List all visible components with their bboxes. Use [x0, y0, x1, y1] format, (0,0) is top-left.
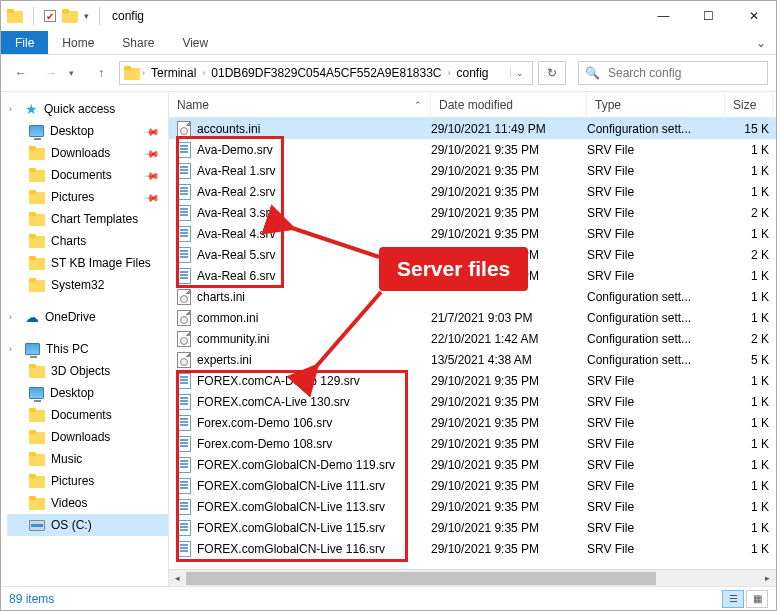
file-row[interactable]: FOREX.comGlobalCN-Live 116.srv29/10/2021…: [169, 538, 776, 559]
qat-overflow-icon[interactable]: ▾: [84, 11, 89, 21]
tab-file[interactable]: File: [1, 31, 48, 54]
breadcrumb-sep[interactable]: ›: [448, 68, 451, 78]
quick-access-header[interactable]: › ★ Quick access: [7, 98, 168, 120]
forward-button[interactable]: →: [39, 61, 63, 85]
details-view-button[interactable]: ☰: [722, 590, 744, 608]
file-name: FOREX.comGlobalCN-Live 116.srv: [197, 542, 431, 556]
file-name: Ava-Real 1.srv: [197, 164, 431, 178]
ribbon-tabs: File Home Share View ⌄: [1, 31, 776, 55]
column-type[interactable]: Type: [587, 92, 725, 117]
address-folder-icon: [124, 66, 140, 80]
quick-access-item[interactable]: Downloads📌: [7, 142, 168, 164]
this-pc-item[interactable]: 3D Objects: [7, 360, 168, 382]
this-pc-item[interactable]: OS (C:): [7, 514, 168, 536]
file-row[interactable]: experts.ini13/5/2021 4:38 AMConfiguratio…: [169, 349, 776, 370]
column-name[interactable]: Name ⌃: [169, 92, 431, 117]
close-button[interactable]: ✕: [731, 1, 776, 31]
chevron-right-icon[interactable]: ›: [9, 104, 19, 114]
quick-access-label: Quick access: [44, 102, 115, 116]
file-date: 29/10/2021 11:49 PM: [431, 122, 587, 136]
quick-access-item[interactable]: Documents📌: [7, 164, 168, 186]
tab-home[interactable]: Home: [48, 31, 108, 54]
file-name: Ava-Real 3.srv: [197, 206, 431, 220]
file-type: SRV File: [587, 269, 725, 283]
expand-ribbon-button[interactable]: ⌄: [746, 31, 776, 54]
file-row[interactable]: FOREX.comCA-Live 130.srv29/10/2021 9:35 …: [169, 391, 776, 412]
file-row[interactable]: Ava-Real 2.srv29/10/2021 9:35 PMSRV File…: [169, 181, 776, 202]
file-date: 29/10/2021 9:35 PM: [431, 374, 587, 388]
file-row[interactable]: Ava-Demo.srv29/10/2021 9:35 PMSRV File1 …: [169, 139, 776, 160]
breadcrumb-config[interactable]: config: [453, 66, 493, 80]
this-pc-item[interactable]: Desktop: [7, 382, 168, 404]
minimize-button[interactable]: —: [641, 1, 686, 31]
file-type: SRV File: [587, 185, 725, 199]
file-row[interactable]: FOREX.comGlobalCN-Live 111.srv29/10/2021…: [169, 475, 776, 496]
file-size: 1 K: [725, 290, 769, 304]
icons-view-button[interactable]: ▦: [746, 590, 768, 608]
file-row[interactable]: Ava-Real 1.srv29/10/2021 9:35 PMSRV File…: [169, 160, 776, 181]
scroll-right-button[interactable]: ▸: [759, 570, 776, 587]
file-row[interactable]: Ava-Real 4.srv29/10/2021 9:35 PMSRV File…: [169, 223, 776, 244]
file-row[interactable]: Forex.com-Demo 106.srv29/10/2021 9:35 PM…: [169, 412, 776, 433]
file-row[interactable]: Ava-Real 6.srv29/10/2021 9:35 PMSRV File…: [169, 265, 776, 286]
file-size: 1 K: [725, 437, 769, 451]
up-button[interactable]: ↑: [89, 61, 113, 85]
quick-access-item[interactable]: Pictures📌: [7, 186, 168, 208]
this-pc-item[interactable]: Pictures: [7, 470, 168, 492]
file-list[interactable]: accounts.ini29/10/2021 11:49 PMConfigura…: [169, 118, 776, 569]
file-row[interactable]: Ava-Real 5.srv29/10/2021 9:35 PMSRV File…: [169, 244, 776, 265]
scroll-left-button[interactable]: ◂: [169, 570, 186, 587]
maximize-button[interactable]: ☐: [686, 1, 731, 31]
this-pc-item[interactable]: Downloads: [7, 426, 168, 448]
search-box[interactable]: 🔍: [578, 61, 768, 85]
file-row[interactable]: Ava-Real 3.srv29/10/2021 9:35 PMSRV File…: [169, 202, 776, 223]
chevron-right-icon[interactable]: ›: [9, 344, 19, 354]
back-button[interactable]: ←: [9, 61, 33, 85]
address-dropdown[interactable]: ⌄: [510, 68, 528, 78]
breadcrumb-sep[interactable]: ›: [142, 68, 145, 78]
tab-view[interactable]: View: [168, 31, 222, 54]
this-pc-item[interactable]: Documents: [7, 404, 168, 426]
refresh-button[interactable]: ↻: [538, 61, 566, 85]
scroll-track[interactable]: [186, 570, 759, 587]
file-row[interactable]: FOREX.comCA-Demo 129.srv29/10/2021 9:35 …: [169, 370, 776, 391]
quick-access-item[interactable]: Desktop📌: [7, 120, 168, 142]
horizontal-scrollbar[interactable]: ◂ ▸: [169, 569, 776, 586]
this-pc-header[interactable]: › This PC: [7, 338, 168, 360]
file-row[interactable]: charts.iniConfiguration sett...1 K: [169, 286, 776, 307]
file-date: 29/10/2021 9:35 PM: [431, 521, 587, 535]
nav-item-label: Music: [51, 452, 82, 466]
quick-access-item[interactable]: Chart Templates: [7, 208, 168, 230]
column-date[interactable]: Date modified: [431, 92, 587, 117]
address-bar[interactable]: › Terminal › 01DB69DF3829C054A5CF552A9E8…: [119, 61, 533, 85]
column-size[interactable]: Size: [725, 92, 773, 117]
breadcrumb-terminal[interactable]: Terminal: [147, 66, 200, 80]
chevron-right-icon[interactable]: ›: [9, 312, 19, 322]
scroll-thumb[interactable]: [186, 572, 656, 585]
navigation-pane[interactable]: › ★ Quick access Desktop📌Downloads📌Docum…: [1, 92, 169, 586]
this-pc-item[interactable]: Music: [7, 448, 168, 470]
file-date: 29/10/2021 9:35 PM: [431, 185, 587, 199]
file-row[interactable]: FOREX.comGlobalCN-Demo 119.srv29/10/2021…: [169, 454, 776, 475]
qat-folder-icon[interactable]: [62, 9, 78, 23]
quick-access-item[interactable]: ST KB Image Files: [7, 252, 168, 274]
this-pc-item[interactable]: Videos: [7, 492, 168, 514]
quick-access-item[interactable]: Charts: [7, 230, 168, 252]
file-row[interactable]: community.ini22/10/2021 1:42 AMConfigura…: [169, 328, 776, 349]
tab-share[interactable]: Share: [108, 31, 168, 54]
onedrive-header[interactable]: › ☁ OneDrive: [7, 306, 168, 328]
srv-file-icon: [177, 457, 191, 473]
file-row[interactable]: Forex.com-Demo 108.srv29/10/2021 9:35 PM…: [169, 433, 776, 454]
file-row[interactable]: FOREX.comGlobalCN-Live 113.srv29/10/2021…: [169, 496, 776, 517]
history-dropdown[interactable]: ▾: [69, 68, 83, 78]
pc-icon: [25, 343, 40, 355]
breadcrumb-hash[interactable]: 01DB69DF3829C054A5CF552A9E81833C: [207, 66, 445, 80]
file-row[interactable]: common.ini21/7/2021 9:03 PMConfiguration…: [169, 307, 776, 328]
nav-item-label: Desktop: [50, 124, 94, 138]
file-row[interactable]: accounts.ini29/10/2021 11:49 PMConfigura…: [169, 118, 776, 139]
quick-access-item[interactable]: System32: [7, 274, 168, 296]
qat-checkbox[interactable]: ✔: [44, 10, 56, 22]
breadcrumb-sep[interactable]: ›: [202, 68, 205, 78]
search-input[interactable]: [606, 65, 761, 81]
file-row[interactable]: FOREX.comGlobalCN-Live 115.srv29/10/2021…: [169, 517, 776, 538]
